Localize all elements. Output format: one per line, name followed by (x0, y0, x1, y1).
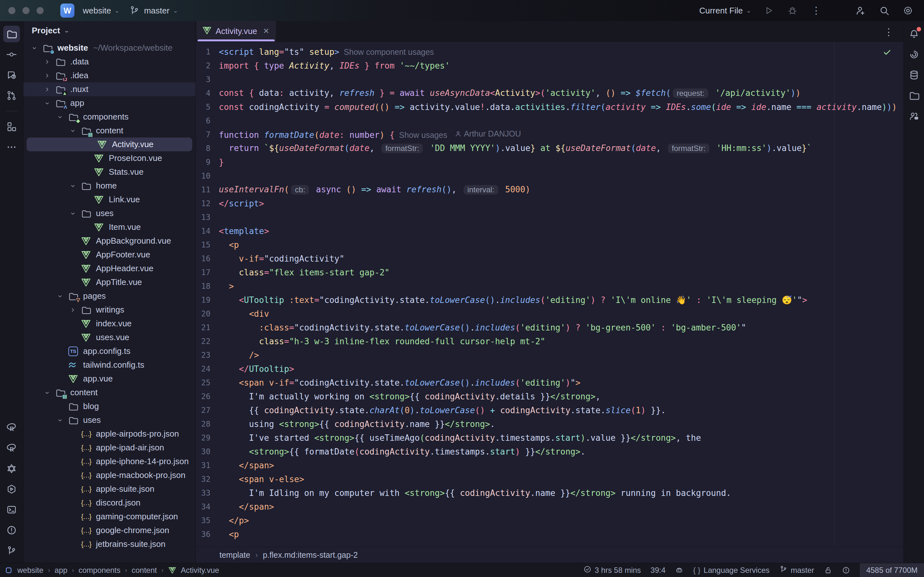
tree-item-apple-airpods-pro-json[interactable]: {…}apple-airpods-pro.json (23, 427, 195, 441)
code-line-19[interactable]: 19 <UTooltip :text="codingActivity.state… (196, 293, 903, 307)
code-line-22[interactable]: 22 class="h-3 w-3 inline-flex rounded-fu… (196, 334, 903, 348)
code-line-34[interactable]: 34 </span> (196, 500, 903, 514)
breadcrumb-item[interactable]: p.flex.md:items-start.gap-2 (263, 550, 358, 560)
status-path-item[interactable]: app (55, 566, 67, 575)
tree-item-uses[interactable]: uses (23, 413, 195, 427)
code-line-33[interactable]: 33 I'm Idling on my computer with <stron… (196, 486, 903, 500)
code-line-7[interactable]: 7function formatDate(date: number) { Sho… (196, 127, 903, 141)
code-line-28[interactable]: 28 using <strong>{{ codingActivity.name … (196, 417, 903, 431)
code-line-13[interactable]: 13 (196, 210, 903, 224)
coding-time-widget[interactable]: 3 hrs 58 mins (583, 565, 641, 575)
tree-item-gaming-computer-json[interactable]: {…}gaming-computer.json (23, 510, 195, 524)
code-line-23[interactable]: 23 /> (196, 348, 903, 362)
pull-requests-icon[interactable] (3, 87, 20, 104)
structure-blocks-icon[interactable] (3, 118, 20, 135)
settings-button[interactable] (901, 4, 914, 17)
status-path-item[interactable]: website (17, 566, 43, 575)
code-line-6[interactable]: 6 (196, 114, 903, 127)
chevron-down-icon[interactable] (53, 293, 66, 300)
tree-item-index-vue[interactable]: index.vue (23, 317, 195, 330)
chevron-down-icon[interactable] (66, 127, 79, 134)
tree-item-home[interactable]: home (23, 179, 195, 193)
tree-item-activity-vue[interactable]: Activity.vue (27, 137, 192, 151)
status-path-item[interactable]: Activity.vue (181, 566, 220, 575)
services-icon[interactable] (3, 481, 20, 498)
tree-item-appheader-vue[interactable]: AppHeader.vue (23, 261, 195, 276)
code-editor[interactable]: 1<script lang="ts" setup> Show component… (196, 42, 903, 547)
tree-item-app-vue[interactable]: app.vue (23, 372, 195, 386)
tree-item-writings[interactable]: writings (23, 303, 195, 317)
tree-item-app-config-ts[interactable]: TSapp.config.ts (23, 344, 195, 358)
tree-item-proseicon-vue[interactable]: ProseIcon.vue (23, 151, 195, 165)
chevron-down-icon[interactable] (53, 417, 66, 424)
chevron-down-icon[interactable] (41, 100, 53, 106)
problems-indicator-icon[interactable] (842, 566, 850, 574)
tree-item-app[interactable]: Λapp (23, 96, 195, 110)
tree-item-item-vue[interactable]: Item.vue (23, 220, 195, 234)
code-line-29[interactable]: 29 I've started <strong>{{ useTimeAgo(co… (196, 431, 903, 445)
chevron-right-icon[interactable] (41, 86, 53, 93)
notifications-bell-icon[interactable] (906, 26, 922, 42)
search-everywhere-button[interactable] (878, 4, 891, 17)
more-tools-icon[interactable] (3, 139, 20, 155)
code-line-25[interactable]: 25 <span v-if="codingActivity.state.toLo… (196, 376, 903, 390)
chevron-right-icon[interactable] (66, 307, 79, 313)
code-line-17[interactable]: 17 class="flex items-start gap-2" (196, 266, 903, 279)
git-branch-widget[interactable]: master (779, 565, 814, 575)
tree-item-website[interactable]: ⊕website~/Workspace/website (23, 41, 195, 55)
r-language-2-icon[interactable]: R (3, 440, 20, 456)
code-line-21[interactable]: 21 :class="codingActivity.state.toLowerC… (196, 321, 903, 334)
tree-item-stats-vue[interactable]: Stats.vue (23, 165, 195, 179)
code-line-31[interactable]: 31 </span> (196, 458, 903, 472)
chevron-right-icon[interactable] (41, 59, 53, 65)
tree-item-jetbrains-suite-json[interactable]: {…}jetbrains-suite.json (23, 537, 195, 551)
version-control-icon[interactable] (3, 542, 20, 559)
commit-icon[interactable] (3, 46, 20, 63)
code-line-5[interactable]: 5const codingActivity = computed(() => a… (196, 100, 903, 114)
tree-item-appbackground-vue[interactable]: AppBackground.vue (23, 234, 195, 248)
code-with-me-icon[interactable] (906, 108, 922, 124)
code-line-27[interactable]: 27 {{ codingActivity.state.charAt(0).toL… (196, 403, 903, 417)
language-services-widget[interactable]: { } Language Services (693, 566, 769, 575)
chevron-down-icon[interactable] (66, 183, 79, 189)
inspections-ok-icon[interactable] (882, 47, 892, 59)
chevron-right-icon[interactable] (41, 73, 53, 79)
tree-item-content[interactable]: ▤content (23, 386, 195, 400)
tree-item--data[interactable]: .data (23, 55, 195, 69)
tree-item-blog[interactable]: blog (23, 400, 195, 413)
run-button[interactable] (762, 4, 775, 17)
tree-item--idea[interactable]: IJ.idea (23, 69, 195, 82)
tree-item-apple-suite-json[interactable]: {…}apple-suite.json (23, 482, 195, 496)
code-line-24[interactable]: 24 </UTooltip> (196, 362, 903, 376)
code-line-16[interactable]: 16 v-if="codingActivity" (196, 251, 903, 266)
code-line-8[interactable]: 8 return `${useDateFormat(date, formatSt… (196, 141, 903, 155)
tree-item-apple-macbook-pro-json[interactable]: {…}apple-macbook-pro.json (23, 468, 195, 482)
debug-button[interactable] (786, 4, 799, 17)
chevron-down-icon[interactable]: ⌄ (64, 27, 69, 33)
code-line-2[interactable]: 2import { type Activity, IDEs } from '~~… (196, 59, 903, 73)
editor-options-button[interactable]: ⋮ (882, 26, 895, 39)
code-line-35[interactable]: 35 </p> (196, 514, 903, 527)
r-language-icon[interactable]: R (3, 419, 20, 436)
tree-item-content[interactable]: ▤content (23, 124, 195, 137)
code-line-4[interactable]: 4const { data: activity, refresh } = awa… (196, 86, 903, 100)
zoom-window-button[interactable] (37, 7, 44, 14)
graphql-icon[interactable] (3, 460, 20, 477)
code-line-18[interactable]: 18 > (196, 279, 903, 293)
tree-item-tailwind-config-ts[interactable]: tailwind.config.ts (23, 358, 195, 372)
tree-item-discord-json[interactable]: {…}discord.json (23, 496, 195, 510)
code-line-10[interactable]: 10 (196, 169, 903, 183)
ai-help-chat-icon[interactable] (3, 67, 20, 83)
status-path-item[interactable]: content (132, 566, 157, 575)
close-tab-icon[interactable]: ✕ (263, 27, 270, 35)
breadcrumb-item[interactable]: template (220, 550, 250, 560)
tree-item-google-chrome-json[interactable]: {…}google-chrome.json (23, 524, 195, 537)
status-path-item[interactable]: components (79, 566, 121, 575)
terminal-icon[interactable] (3, 501, 20, 518)
status-breadcrumb[interactable]: website›app›components›content›Activity.… (5, 566, 219, 575)
project-folder-icon[interactable] (3, 26, 20, 42)
ai-assistant-swirl-icon[interactable] (906, 46, 922, 63)
more-actions-button[interactable]: ⋮ (810, 4, 822, 17)
code-line-36[interactable]: 36 <p (196, 527, 903, 541)
code-line-20[interactable]: 20 <div (196, 307, 903, 321)
